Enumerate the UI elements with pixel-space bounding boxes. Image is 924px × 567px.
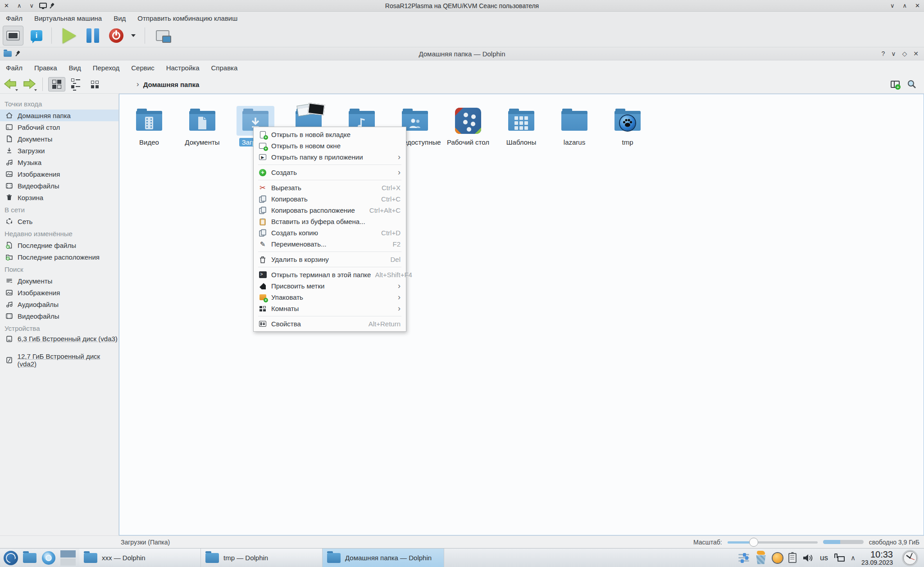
- sidebar-item-search-videos[interactable]: Видеофайлы: [0, 310, 118, 322]
- task-button-tmp-dolphin[interactable]: tmp — Dolphin: [201, 549, 323, 567]
- analog-clock-widget[interactable]: [901, 549, 919, 567]
- vm-menu-virtual-machine[interactable]: Виртуальная машина: [28, 14, 108, 22]
- sidebar-item-disk-vda3[interactable]: 6,3 ГиБ Встроенный диск (vda3): [0, 334, 118, 352]
- menu-go[interactable]: Переход: [87, 64, 126, 72]
- vm-shutdown-button[interactable]: [106, 26, 127, 46]
- menu-item-open-terminal[interactable]: > Открыть терминал в этой папке Alt+Shif…: [254, 269, 406, 280]
- vm-pin-icon[interactable]: [50, 3, 55, 9]
- app-launcher-button[interactable]: [3, 550, 19, 566]
- sidebar-item-search-images[interactable]: Изображения: [0, 287, 118, 298]
- sidebar-item-desktop[interactable]: Рабочий стол: [0, 121, 118, 133]
- menu-item-copy[interactable]: Копировать Ctrl+C: [254, 193, 406, 205]
- digital-clock[interactable]: 10:33 23.09.2023: [861, 550, 893, 566]
- dolphin-launcher-button[interactable]: [22, 550, 38, 566]
- zoom-slider[interactable]: [728, 538, 818, 547]
- vm-pause-button[interactable]: [82, 26, 103, 46]
- vm-run-button[interactable]: [59, 26, 80, 46]
- back-history-caret-icon[interactable]: [15, 89, 18, 91]
- sidebar-item-documents[interactable]: Документы: [0, 133, 118, 145]
- task-button-xxx-dolphin[interactable]: xxx — Dolphin: [79, 549, 201, 567]
- sidebar-item-search-documents[interactable]: Документы: [0, 275, 118, 287]
- sidebar-item-recent-locations[interactable]: Последние расположения: [0, 251, 118, 263]
- menu-item-open-new-window[interactable]: + Открыть в новом окне: [254, 140, 406, 151]
- volume-icon[interactable]: [802, 553, 814, 563]
- menu-tools[interactable]: Сервис: [125, 64, 160, 72]
- folder-tmp[interactable]: tmp: [605, 106, 650, 146]
- menu-item-properties[interactable]: Свойства Alt+Return: [254, 318, 406, 329]
- audio-mixer-icon[interactable]: [738, 554, 749, 562]
- sidebar-item-disk-vda2[interactable]: 12,7 ГиБ Встроенный диск (vda2): [0, 352, 118, 377]
- menu-settings[interactable]: Настройка: [160, 64, 205, 72]
- folder-lazarus[interactable]: lazarus: [552, 106, 597, 146]
- menu-help[interactable]: Справка: [205, 64, 244, 72]
- details-view-button[interactable]: [67, 77, 84, 91]
- show-details-button[interactable]: i: [26, 26, 47, 46]
- menu-item-open-new-tab[interactable]: + Открыть в новой вкладке: [254, 129, 406, 140]
- menu-item-cut[interactable]: ✂ Вырезать Ctrl+X: [254, 182, 406, 193]
- forward-button[interactable]: [23, 78, 38, 91]
- menu-item-assign-tags[interactable]: Присвоить метки: [254, 280, 406, 292]
- folder-documents[interactable]: Документы: [180, 106, 225, 146]
- vm-maximize-right-icon[interactable]: ∧: [899, 2, 911, 9]
- sidebar-item-trash[interactable]: Корзина: [0, 192, 118, 203]
- sidebar-item-videos[interactable]: Видеофайлы: [0, 180, 118, 192]
- vm-menu-send-key[interactable]: Отправить комбинацию клавиш: [132, 14, 243, 22]
- keyboard-layout-indicator[interactable]: us: [820, 553, 828, 562]
- menu-item-copy-location[interactable]: Копировать расположение Ctrl+Alt+C: [254, 205, 406, 216]
- notifications-icon[interactable]: [773, 553, 783, 563]
- menu-item-create-new[interactable]: + Создать: [254, 167, 406, 178]
- icons-view-button[interactable]: [48, 77, 65, 91]
- chromium-launcher-button[interactable]: [41, 550, 57, 566]
- trash-widget-icon[interactable]: [755, 552, 767, 564]
- show-console-button[interactable]: [3, 26, 23, 46]
- vm-close-right-icon[interactable]: ✕: [911, 2, 924, 9]
- back-button[interactable]: [4, 78, 19, 91]
- sidebar-item-music[interactable]: Музыка: [0, 156, 118, 168]
- dolphin-titlebar[interactable]: Домашняя папка — Dolphin ? ∨ ◇ ✕: [0, 47, 924, 60]
- search-button[interactable]: [907, 79, 917, 89]
- menu-item-open-folder-in-app[interactable]: ▶ Открыть папку в приложении: [254, 151, 406, 163]
- menu-item-compress[interactable]: + Упаковать: [254, 292, 406, 303]
- menu-edit[interactable]: Правка: [28, 64, 63, 72]
- sidebar-item-home[interactable]: Домашняя папка: [0, 110, 118, 121]
- desktop-1[interactable]: [60, 550, 76, 558]
- virtual-desktop-pager[interactable]: [60, 550, 76, 566]
- tree-view-button[interactable]: [86, 77, 103, 91]
- folder-view[interactable]: Видео Документы Загрузки: [119, 94, 924, 535]
- console-monitor-icon: [6, 31, 20, 41]
- split-view-button[interactable]: [891, 81, 900, 88]
- menu-view[interactable]: Вид: [63, 64, 87, 72]
- vm-menu-file[interactable]: Файл: [0, 14, 28, 22]
- breadcrumb-chevron-icon[interactable]: [137, 80, 143, 89]
- network-icon[interactable]: [834, 553, 845, 562]
- sidebar-item-recent-files[interactable]: Последние файлы: [0, 239, 118, 251]
- sidebar-item-network[interactable]: Сеть: [0, 215, 118, 227]
- sidebar-item-downloads[interactable]: Загрузки: [0, 145, 118, 156]
- vm-minimize-icon[interactable]: ∨: [25, 2, 38, 9]
- menu-item-rename[interactable]: ✎ Переименовать... F2: [254, 238, 406, 250]
- forward-history-caret-icon[interactable]: [34, 89, 37, 91]
- menu-item-paste[interactable]: Вставить из буфера обмена...: [254, 216, 406, 227]
- task-button-home-dolphin[interactable]: Домашняя папка — Dolphin: [323, 549, 444, 567]
- vm-close-icon[interactable]: ✕: [0, 2, 13, 9]
- clipboard-icon[interactable]: [788, 553, 797, 563]
- menu-item-rooms[interactable]: Комнаты: [254, 303, 406, 314]
- vm-maximize-icon[interactable]: ∧: [13, 2, 26, 9]
- shutdown-menu-caret-icon[interactable]: [131, 34, 136, 37]
- breadcrumb[interactable]: Домашняя папка: [137, 80, 199, 89]
- breadcrumb-location[interactable]: Домашняя папка: [143, 81, 200, 88]
- desktop-2[interactable]: [60, 558, 76, 566]
- folder-templates[interactable]: Шаблоны: [499, 106, 544, 146]
- zoom-slider-knob[interactable]: [749, 538, 758, 547]
- sidebar-item-pictures[interactable]: Изображения: [0, 168, 118, 180]
- menu-item-move-to-trash[interactable]: Удалить в корзину Del: [254, 254, 406, 265]
- menu-item-duplicate[interactable]: Создать копию Ctrl+D: [254, 227, 406, 238]
- vm-minimize-right-icon[interactable]: ∨: [886, 2, 899, 9]
- vm-menu-view[interactable]: Вид: [108, 14, 132, 22]
- menu-file[interactable]: Файл: [0, 64, 28, 72]
- folder-desktop[interactable]: Рабочий стол: [446, 106, 491, 146]
- folder-videos[interactable]: Видео: [127, 106, 172, 146]
- vm-fullscreen-button[interactable]: [152, 26, 173, 46]
- tray-expand-icon[interactable]: ∧: [851, 554, 856, 562]
- sidebar-item-search-audio[interactable]: Аудиофайлы: [0, 298, 118, 310]
